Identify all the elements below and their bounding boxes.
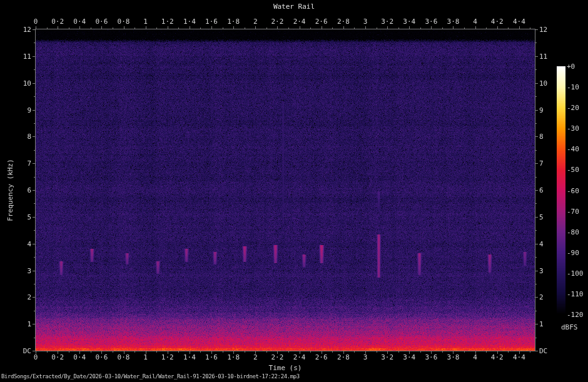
time-tick-label-bottom: 1·6 <box>205 353 218 361</box>
time-tick-label-bottom: 2·8 <box>337 353 350 361</box>
spectrogram-window: Water Rail 00·20·40·60·811·21·41·61·822·… <box>0 0 588 382</box>
time-tick-label-top: 4·2 <box>491 18 504 26</box>
colorbar-tick-label: -20 <box>567 104 579 112</box>
time-tick-label-bottom: 0·4 <box>73 353 86 361</box>
time-tick-label-bottom: 3·8 <box>447 353 460 361</box>
time-tick-label-top: 2 <box>253 18 258 26</box>
time-tick-label-top: 1·2 <box>161 18 174 26</box>
time-tick-label-bottom: 4 <box>473 353 477 361</box>
time-tick-label-top: 3·2 <box>381 18 393 26</box>
time-tick-label-top: 2·8 <box>337 18 350 26</box>
time-tick-label-bottom: 1·8 <box>227 353 240 361</box>
time-tick-label-top: 4 <box>473 18 477 26</box>
time-tick-label-bottom: 2·6 <box>315 353 328 361</box>
time-tick-label-bottom: 0·8 <box>118 353 130 361</box>
time-tick-label-top: 3·8 <box>447 18 460 26</box>
time-tick-label-bottom: 3·6 <box>425 353 437 361</box>
time-tick-label-bottom: 4·4 <box>513 353 525 361</box>
time-tick-label-bottom: 4·2 <box>491 353 504 361</box>
time-tick-label-top: 1·8 <box>227 18 240 26</box>
time-tick-label-top: 2·4 <box>293 18 306 26</box>
time-tick-label-bottom: 2·2 <box>271 353 284 361</box>
freq-tick-label-right: 3 <box>539 267 544 275</box>
time-axis-label: Time (s) <box>269 364 302 372</box>
time-tick-label-bottom: 2·4 <box>293 353 306 361</box>
freq-tick-label-left: 11 <box>0 53 31 61</box>
time-tick-label-top: 3·4 <box>403 18 415 26</box>
freq-tick-label-right: 2 <box>539 293 544 301</box>
freq-tick-label-left: 1 <box>0 320 31 328</box>
freq-tick-label-right: 8 <box>539 133 544 141</box>
freq-tick-label-right: 9 <box>539 106 544 114</box>
time-tick-label-bottom: 1·4 <box>183 353 196 361</box>
colorbar-tick-label: -60 <box>567 187 579 195</box>
freq-tick-label-left: 2 <box>0 293 31 301</box>
colorbar-tick-label: -40 <box>567 145 579 153</box>
time-tick-label-bottom: 2 <box>253 353 258 361</box>
time-tick-label-top: 0·2 <box>51 18 64 26</box>
time-tick-label-bottom: 0 <box>34 353 38 361</box>
time-tick-label-top: 3 <box>363 18 368 26</box>
freq-tick-label-left: 8 <box>0 133 31 141</box>
freq-tick-label-left: DC <box>0 347 31 355</box>
freq-tick-label-right: DC <box>539 347 547 355</box>
time-tick-label-bottom: 3·4 <box>403 353 415 361</box>
time-tick-label-top: 0·6 <box>95 18 108 26</box>
colorbar-tick-label: -120 <box>567 311 584 319</box>
freq-tick-label-left: 5 <box>0 213 31 221</box>
freq-tick-label-right: 1 <box>539 320 544 328</box>
spectrogram-plot-canvas <box>0 0 588 382</box>
chart-title: Water Rail <box>0 3 588 11</box>
freq-tick-label-left: 12 <box>0 26 31 34</box>
colorbar-tick-label: -30 <box>567 124 579 133</box>
freq-tick-label-left: 10 <box>0 79 31 88</box>
time-tick-label-top: 1 <box>143 18 148 26</box>
freq-tick-label-left: 6 <box>0 186 31 194</box>
time-tick-label-bottom: 0·2 <box>51 353 64 361</box>
freq-tick-label-right: 11 <box>539 53 547 61</box>
freq-tick-label-left: 4 <box>0 240 31 248</box>
time-tick-label-bottom: 1 <box>143 353 148 361</box>
time-tick-label-top: 1·4 <box>183 18 196 26</box>
freq-tick-label-left: 7 <box>0 159 31 168</box>
colorbar-tick-label: -70 <box>567 208 579 216</box>
freq-tick-label-right: 5 <box>539 213 544 221</box>
time-tick-label-top: 0·8 <box>118 18 130 26</box>
freq-tick-label-right: 4 <box>539 240 544 248</box>
time-tick-label-top: 4·4 <box>513 18 525 26</box>
time-tick-label-bottom: 1·2 <box>161 353 174 361</box>
colorbar-unit-label: dBFS <box>561 323 578 331</box>
colorbar-tick-label: -110 <box>567 290 584 298</box>
colorbar-tick-label: -90 <box>567 249 579 257</box>
freq-tick-label-right: 6 <box>539 186 544 194</box>
frequency-axis-label: Frequency (kHz) <box>6 159 14 221</box>
time-tick-label-top: 3·6 <box>425 18 437 26</box>
time-tick-label-top: 2·2 <box>271 18 284 26</box>
colorbar-tick-label: +0 <box>567 63 575 71</box>
time-tick-label-top: 0·4 <box>73 18 86 26</box>
colorbar-tick-label: -10 <box>567 83 579 91</box>
freq-tick-label-left: 3 <box>0 267 31 275</box>
freq-tick-label-right: 12 <box>539 26 547 34</box>
time-tick-label-top: 1·6 <box>205 18 218 26</box>
freq-tick-label-right: 10 <box>539 79 547 88</box>
colorbar-tick-label: -100 <box>567 269 584 278</box>
source-file-path: BirdSongs/Extracted/By_Date/2026-03-10/W… <box>1 373 300 381</box>
time-tick-label-top: 2·6 <box>315 18 328 26</box>
freq-tick-label-left: 9 <box>0 106 31 114</box>
time-tick-label-bottom: 3 <box>363 353 368 361</box>
freq-tick-label-right: 7 <box>539 159 544 168</box>
colorbar-tick-label: -50 <box>567 166 579 174</box>
colorbar-tick-label: -80 <box>567 228 579 236</box>
time-tick-label-bottom: 0·6 <box>95 353 108 361</box>
time-tick-label-bottom: 3·2 <box>381 353 393 361</box>
time-tick-label-top: 0 <box>34 18 38 26</box>
